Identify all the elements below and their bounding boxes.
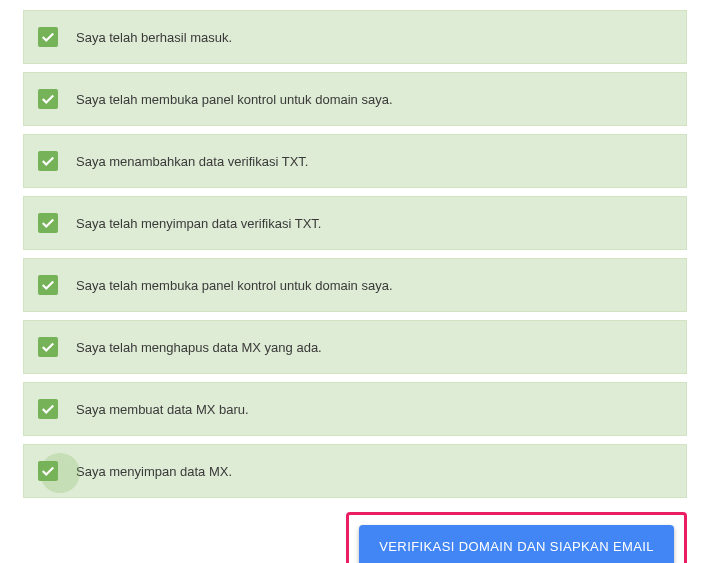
- check-item[interactable]: Saya telah membuka panel kontrol untuk d…: [23, 258, 687, 312]
- check-label: Saya telah membuka panel kontrol untuk d…: [76, 278, 393, 293]
- check-item[interactable]: Saya telah menghapus data MX yang ada.: [23, 320, 687, 374]
- check-label: Saya telah membuka panel kontrol untuk d…: [76, 92, 393, 107]
- check-icon: [38, 275, 58, 295]
- check-icon: [38, 27, 58, 47]
- verify-domain-button[interactable]: VERIFIKASI DOMAIN DAN SIAPKAN EMAIL: [359, 525, 674, 563]
- check-icon: [38, 213, 58, 233]
- check-icon: [38, 89, 58, 109]
- check-label: Saya telah menyimpan data verifikasi TXT…: [76, 216, 321, 231]
- check-label: Saya menambahkan data verifikasi TXT.: [76, 154, 308, 169]
- check-icon: [38, 399, 58, 419]
- highlight-frame: VERIFIKASI DOMAIN DAN SIAPKAN EMAIL: [346, 512, 687, 563]
- check-label: Saya telah berhasil masuk.: [76, 30, 232, 45]
- check-icon: [38, 337, 58, 357]
- check-icon: [38, 151, 58, 171]
- check-label: Saya membuat data MX baru.: [76, 402, 249, 417]
- check-icon: [38, 461, 58, 481]
- check-item[interactable]: Saya menyimpan data MX.: [23, 444, 687, 498]
- verification-checklist: Saya telah berhasil masuk. Saya telah me…: [23, 10, 687, 498]
- check-item[interactable]: Saya telah membuka panel kontrol untuk d…: [23, 72, 687, 126]
- check-item[interactable]: Saya membuat data MX baru.: [23, 382, 687, 436]
- action-row: VERIFIKASI DOMAIN DAN SIAPKAN EMAIL: [23, 512, 687, 563]
- check-label: Saya telah menghapus data MX yang ada.: [76, 340, 322, 355]
- check-item[interactable]: Saya telah berhasil masuk.: [23, 10, 687, 64]
- check-item[interactable]: Saya menambahkan data verifikasi TXT.: [23, 134, 687, 188]
- check-label: Saya menyimpan data MX.: [76, 464, 232, 479]
- check-item[interactable]: Saya telah menyimpan data verifikasi TXT…: [23, 196, 687, 250]
